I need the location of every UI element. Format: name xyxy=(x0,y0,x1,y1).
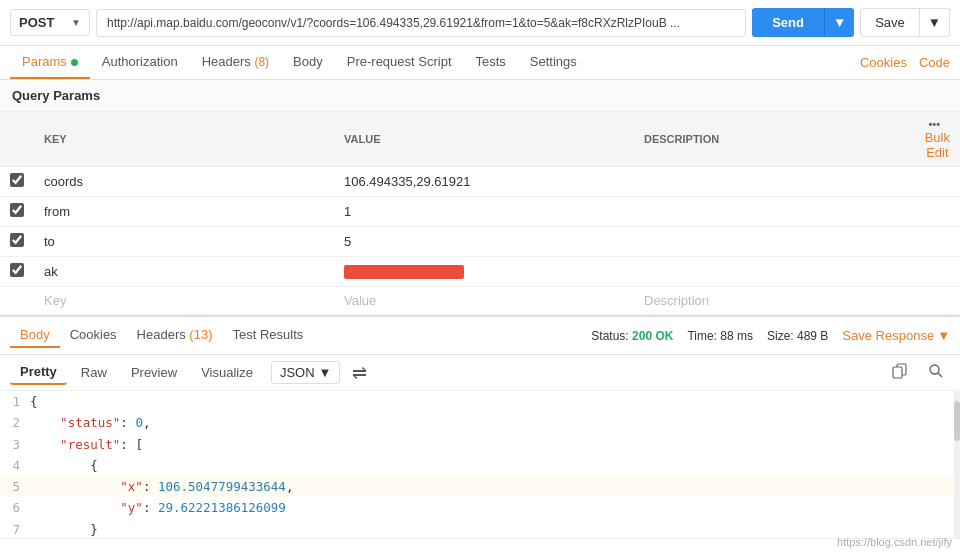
col-desc: DESCRIPTION xyxy=(634,112,915,167)
format-chevron: ▼ xyxy=(319,365,332,380)
code-line-4: 4 { xyxy=(0,455,960,476)
section-title: Query Params xyxy=(0,80,960,112)
view-tab-visualize[interactable]: Visualize xyxy=(191,361,263,384)
row3-key: to xyxy=(44,234,55,249)
time-value: 88 ms xyxy=(720,329,753,343)
save-dropdown-button[interactable]: ▼ xyxy=(920,8,950,37)
tab-params[interactable]: Params xyxy=(10,46,90,79)
params-table: KEY VALUE DESCRIPTION ••• Bulk Edit coor… xyxy=(0,112,960,315)
tab-headers[interactable]: Headers (8) xyxy=(190,46,281,79)
col-key: KEY xyxy=(34,112,334,167)
top-bar: POST ▼ Send ▼ Save ▼ xyxy=(0,0,960,46)
row2-value: 1 xyxy=(344,204,351,219)
time-label: Time: 88 ms xyxy=(687,329,753,343)
tab-authorization[interactable]: Authorization xyxy=(90,46,190,79)
tab-body[interactable]: Body xyxy=(281,46,335,79)
row4-desc xyxy=(634,257,915,287)
placeholder-key: Key xyxy=(44,293,66,308)
watermark: https://blog.csdn.net/jify xyxy=(837,536,952,548)
cookies-link[interactable]: Cookies xyxy=(860,55,907,70)
code-line-1: 1 { xyxy=(0,391,960,412)
row1-key: coords xyxy=(44,174,83,189)
scrollbar[interactable] xyxy=(954,391,960,538)
search-button[interactable] xyxy=(922,361,950,385)
table-row: coords 106.494335,29.61921 xyxy=(0,167,960,197)
more-options-icon[interactable]: ••• xyxy=(929,118,941,130)
code-line-6: 6 "y": 29.62221386126099 xyxy=(0,497,960,518)
row2-checkbox[interactable] xyxy=(10,203,24,217)
code-line-7: 7 } xyxy=(0,519,960,540)
send-button[interactable]: Send xyxy=(752,8,824,37)
copy-button[interactable] xyxy=(886,361,914,385)
status-label: Status: 200 OK xyxy=(591,329,673,343)
col-more: ••• Bulk Edit xyxy=(915,112,960,167)
row1-checkbox[interactable] xyxy=(10,173,24,187)
query-params-section: Query Params KEY VALUE DESCRIPTION ••• B… xyxy=(0,80,960,315)
body-view-bar: Pretty Raw Preview Visualize JSON ▼ ⇌ xyxy=(0,355,960,391)
placeholder-row: Key Value Description xyxy=(0,287,960,315)
method-chevron: ▼ xyxy=(71,17,81,28)
params-dot xyxy=(71,59,78,66)
tab-pre-request[interactable]: Pre-request Script xyxy=(335,46,464,79)
code-link[interactable]: Code xyxy=(919,55,950,70)
code-line-5: 5 "x": 106.5047799433644, xyxy=(0,476,960,497)
row1-value: 106.494335,29.61921 xyxy=(344,174,471,189)
view-tab-raw[interactable]: Raw xyxy=(71,361,117,384)
row4-value-redacted xyxy=(344,265,464,279)
tab-settings[interactable]: Settings xyxy=(518,46,589,79)
resp-tab-test-results[interactable]: Test Results xyxy=(222,323,313,348)
svg-rect-1 xyxy=(893,367,902,378)
view-tab-pretty[interactable]: Pretty xyxy=(10,360,67,385)
resp-tab-cookies[interactable]: Cookies xyxy=(60,323,127,348)
col-value: VALUE xyxy=(334,112,634,167)
resp-tab-body[interactable]: Body xyxy=(10,323,60,348)
scrollbar-thumb xyxy=(954,401,960,441)
response-tabs-bar: Body Cookies Headers (13) Test Results S… xyxy=(0,315,960,355)
svg-point-2 xyxy=(930,365,939,374)
method-select[interactable]: POST ▼ xyxy=(10,9,90,36)
tab-right-links: Cookies Code xyxy=(860,55,950,70)
code-line-3: 3 "result": [ xyxy=(0,434,960,455)
row3-checkbox[interactable] xyxy=(10,233,24,247)
save-button[interactable]: Save xyxy=(860,8,920,37)
size-label: Size: 489 B xyxy=(767,329,828,343)
bulk-edit-button[interactable]: Bulk Edit xyxy=(925,130,950,160)
code-area[interactable]: 1 { 2 "status": 0, 3 "result": [ 4 { 5 "… xyxy=(0,391,960,539)
view-tab-preview[interactable]: Preview xyxy=(121,361,187,384)
table-row: to 5 xyxy=(0,227,960,257)
format-select[interactable]: JSON ▼ xyxy=(271,361,341,384)
send-dropdown-button[interactable]: ▼ xyxy=(824,8,854,37)
svg-line-3 xyxy=(938,373,942,377)
table-row: ak xyxy=(0,257,960,287)
wrap-icon[interactable]: ⇌ xyxy=(352,362,367,384)
col-checkbox xyxy=(0,112,34,167)
placeholder-value: Value xyxy=(344,293,376,308)
response-status: Status: 200 OK Time: 88 ms Size: 489 B S… xyxy=(591,328,950,343)
row3-value: 5 xyxy=(344,234,351,249)
row3-desc xyxy=(634,227,915,257)
save-response-button[interactable]: Save Response ▼ xyxy=(842,328,950,343)
format-label: JSON xyxy=(280,365,315,380)
row1-desc xyxy=(634,167,915,197)
send-btn-group: Send ▼ xyxy=(752,8,854,37)
code-line-2: 2 "status": 0, xyxy=(0,412,960,433)
tab-tests[interactable]: Tests xyxy=(464,46,518,79)
save-btn-group: Save ▼ xyxy=(860,8,950,37)
row2-key: from xyxy=(44,204,70,219)
save-response-chevron: ▼ xyxy=(937,328,950,343)
row4-checkbox[interactable] xyxy=(10,263,24,277)
status-value: 200 OK xyxy=(632,329,673,343)
placeholder-desc: Description xyxy=(644,293,709,308)
row2-desc xyxy=(634,197,915,227)
row4-key: ak xyxy=(44,264,58,279)
resp-tab-headers[interactable]: Headers (13) xyxy=(127,323,223,348)
request-tabs: Params Authorization Headers (8) Body Pr… xyxy=(0,46,960,80)
table-row: from 1 xyxy=(0,197,960,227)
size-value: 489 B xyxy=(797,329,828,343)
method-label: POST xyxy=(19,15,54,30)
url-input[interactable] xyxy=(96,9,746,37)
